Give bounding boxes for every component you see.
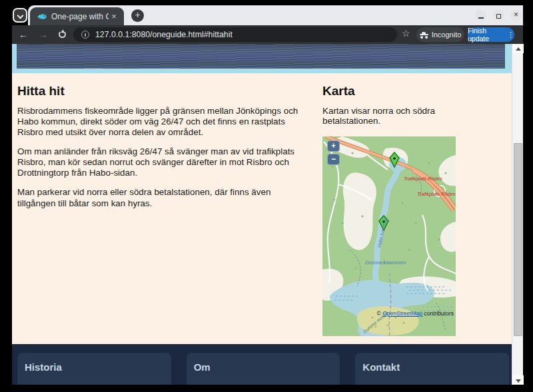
- new-tab-button[interactable]: +: [131, 9, 144, 22]
- scroll-down-icon: [516, 379, 521, 383]
- footer-card-title: Kontakt: [362, 361, 509, 373]
- forward-button[interactable]: →: [36, 28, 51, 41]
- karta-heading: Karta: [322, 84, 456, 98]
- incognito-spy-icon: [420, 32, 428, 38]
- karta-column: Karta Kartan visar norra och södra betal…: [322, 73, 456, 336]
- reload-icon[interactable]: [59, 31, 66, 38]
- tab-strip: One-page with CSS × + ×: [12, 5, 523, 25]
- scroll-up-icon: [516, 47, 521, 51]
- bookmark-star-icon[interactable]: ☆: [402, 28, 410, 39]
- window-minimize-button[interactable]: [475, 9, 486, 21]
- site-info-icon[interactable]: [81, 31, 89, 39]
- vertical-scrollbar[interactable]: [512, 44, 523, 385]
- scroll-down-button[interactable]: [512, 375, 524, 385]
- maximize-icon: [496, 14, 501, 19]
- finish-update-button[interactable]: Finish update ⋮: [468, 27, 514, 42]
- minimize-icon: [478, 17, 484, 19]
- fish-favicon-icon: [37, 13, 47, 21]
- hitta-paragraph-2: Om man anländer från riksväg 26/47 så sv…: [17, 146, 305, 178]
- footer-card-kontakt[interactable]: Kontakt: [355, 353, 509, 385]
- browser-toolbar: ← → 127.0.0.1:8080/oneguide.html#hittahi…: [12, 25, 523, 44]
- address-bar[interactable]: 127.0.0.1:8080/oneguide.html#hittahit: [73, 27, 397, 42]
- map-zoom-controls: + −: [327, 140, 340, 167]
- page-viewport: Hitta hit Risbrodammens fiskeområde ligg…: [12, 44, 523, 385]
- chevron-down-icon: [17, 13, 24, 19]
- map-label-domneadammen: Domneådammen: [365, 260, 406, 266]
- tab-close-icon[interactable]: ×: [109, 11, 119, 22]
- openstreetmap-embed[interactable]: Trafikplats Risbro Trafikplats Risbro Ha…: [322, 136, 456, 336]
- main-section: Hitta hit Risbrodammens fiskeområde ligg…: [12, 73, 512, 344]
- footer-card-title: Om: [194, 361, 340, 373]
- window-close-button[interactable]: ×: [510, 9, 522, 21]
- window-maximize-button[interactable]: [493, 9, 504, 21]
- map-label-trafikplats-2: Trafikplats Risbro: [417, 191, 456, 197]
- footer-card-historia[interactable]: Historia: [17, 353, 171, 385]
- incognito-badge: Incognito: [416, 27, 464, 42]
- desktop-background: One-page with CSS × + × ← → 127.0.0.1:80…: [0, 0, 533, 392]
- scrollbar-thumb[interactable]: [514, 143, 522, 336]
- water-photo: [17, 44, 505, 69]
- url-text: 127.0.0.1:8080/oneguide.html#hittahit: [95, 30, 233, 39]
- hitta-paragraph-3: Man parkerar vid norra eller södra betal…: [17, 187, 305, 208]
- footer-card-title: Historia: [25, 361, 171, 373]
- tab-search-button[interactable]: [13, 8, 27, 23]
- map-caption: Kartan visar norra och södra betalstatio…: [322, 106, 456, 126]
- incognito-label: Incognito: [432, 31, 462, 39]
- map-label-trafikplats-1: Trafikplats Risbro: [404, 176, 442, 182]
- browser-window: One-page with CSS × + × ← → 127.0.0.1:80…: [12, 5, 523, 385]
- page-content: Hitta hit Risbrodammens fiskeområde ligg…: [12, 44, 512, 385]
- back-button[interactable]: ←: [16, 28, 31, 41]
- finish-update-label: Finish update: [468, 27, 504, 43]
- openstreetmap-link[interactable]: OpenStreetMap: [382, 310, 422, 317]
- page-footer: Historia Om Kontakt: [12, 344, 512, 385]
- tab-one-page[interactable]: One-page with CSS ×: [30, 7, 124, 25]
- scroll-up-button[interactable]: [512, 44, 524, 53]
- map-canvas: Trafikplats Risbro Trafikplats Risbro Ha…: [322, 136, 456, 336]
- map-attribution: © OpenStreetMap contributors: [377, 310, 454, 317]
- footer-card-om[interactable]: Om: [187, 353, 340, 385]
- map-zoom-in-button[interactable]: +: [327, 140, 340, 152]
- hitta-paragraph-1: Risbrodammens fiskeområde ligger på grän…: [17, 106, 305, 138]
- hero-band: [12, 44, 512, 73]
- attribution-suffix: contributors: [422, 310, 454, 317]
- menu-dots-icon[interactable]: ⋮: [507, 31, 514, 39]
- map-zoom-out-button[interactable]: −: [327, 154, 340, 165]
- hitta-hit-column: Hitta hit Risbrodammens fiskeområde ligg…: [17, 73, 305, 218]
- tab-title: One-page with CSS: [51, 12, 109, 21]
- hitta-hit-heading: Hitta hit: [17, 84, 305, 98]
- attribution-prefix: ©: [377, 310, 383, 317]
